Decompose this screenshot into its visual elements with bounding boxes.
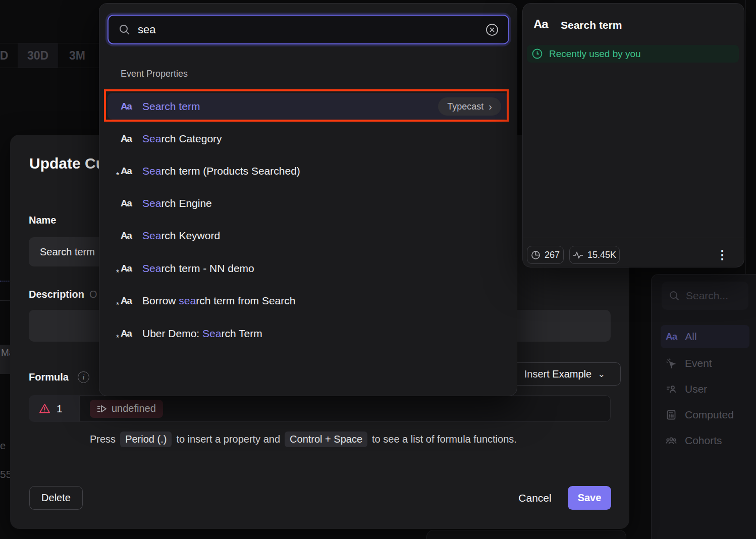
event-cursor-icon (666, 358, 677, 369)
chevron-right-icon: › (489, 101, 492, 112)
result-search-category[interactable]: Aa Search Category (107, 128, 509, 150)
result-search-engine[interactable]: Aa Search Engine (107, 192, 509, 214)
pie-chart-icon (531, 250, 541, 260)
recently-used-label: Recently used by you (549, 48, 641, 60)
save-button[interactable]: Save (568, 486, 611, 510)
calculator-icon (666, 409, 677, 420)
recently-used-banner: Recently used by you (527, 45, 739, 63)
formula-hint: Press Period (.) to insert a property an… (90, 432, 517, 447)
result-uber-demo-search-term[interactable]: Aa* Uber Demo: Search Term (107, 322, 509, 345)
sidebar-item-all[interactable]: Aa All (661, 325, 749, 348)
result-search-term-nn-demo[interactable]: Aa* Search term - NN demo (107, 257, 509, 280)
modal-title: Update Cu (29, 155, 105, 172)
panel-corner-fragment (426, 530, 626, 539)
cohorts-icon (666, 435, 677, 446)
formula-editor-row: 1 undefined (29, 395, 611, 422)
text-property-icon: Aa (121, 198, 136, 209)
formula-error-indicator[interactable]: 1 (29, 395, 79, 422)
formula-label: Formula (29, 371, 69, 383)
typecast-badge[interactable]: Typecast › (438, 97, 501, 116)
property-search-box (107, 15, 509, 44)
sidebar-item-cohorts[interactable]: Cohorts (661, 429, 749, 452)
undefined-token[interactable]: undefined (90, 400, 163, 418)
text-property-icon: Aa (533, 17, 548, 31)
event-volume-pill[interactable]: 15.45K (569, 246, 620, 264)
search-icon (119, 24, 131, 36)
property-search-dropdown: Event Properties Aa Search term Typecast… (99, 3, 517, 396)
sidebar-search-placeholder: Search... (686, 290, 728, 302)
name-label: Name (29, 214, 56, 226)
section-header: Event Properties (121, 69, 188, 79)
kbd-period: Period (.) (120, 432, 172, 447)
time-range-3m[interactable]: 3M (61, 43, 94, 68)
custom-text-property-icon: Aa* (121, 166, 136, 177)
result-borrow-search-term[interactable]: Aa* Borrow search term from Search (107, 290, 509, 312)
sidebar-search-input[interactable]: Search... (662, 282, 748, 310)
time-range-7d[interactable]: D (0, 43, 11, 68)
sidebar-item-event[interactable]: Event (661, 352, 749, 375)
chevron-down-icon: ⌄ (598, 368, 605, 380)
close-icon (485, 23, 499, 37)
cancel-button[interactable]: Cancel (507, 486, 563, 510)
activity-icon (573, 251, 583, 259)
sidebar-item-computed[interactable]: Computed (661, 403, 749, 426)
property-detail-panel: Aa Search term Recently used by you 267 … (522, 3, 744, 267)
result-search-term-products[interactable]: Aa* Search term (Products Searched) (107, 160, 509, 182)
time-range-30d[interactable]: 30D (18, 43, 58, 68)
optional-fragment: O (89, 289, 97, 300)
text-type-icon: Aa (666, 331, 677, 342)
user-icon (666, 384, 677, 395)
custom-asterisk: * (116, 301, 119, 310)
clock-icon (531, 48, 543, 60)
formula-input[interactable]: undefined (79, 395, 611, 422)
property-type-sidebar: Search... Aa All Event User Computed Coh… (651, 274, 756, 539)
sidebar-item-user[interactable]: User (661, 378, 749, 401)
property-title: Search term (561, 19, 622, 31)
divider (523, 238, 744, 238)
info-icon: i (78, 371, 89, 383)
text-property-icon: Aa (121, 230, 136, 241)
result-search-term[interactable]: Aa Search term Typecast › (107, 93, 509, 120)
description-label: DescriptionO (29, 289, 97, 300)
kbd-control-space: Control + Space (285, 432, 367, 447)
property-search-input[interactable] (131, 23, 485, 36)
custom-text-property-icon: Aa* (121, 295, 136, 306)
custom-asterisk: * (116, 268, 119, 278)
divider-fragment (0, 300, 10, 301)
error-count: 1 (57, 403, 63, 415)
sidebar-edge-fragment (745, 0, 746, 274)
text-property-icon: Aa (121, 133, 136, 144)
text-property-icon: Aa (121, 101, 136, 112)
more-options-button[interactable]: ⋮ (715, 245, 730, 265)
delete-button[interactable]: Delete (29, 486, 83, 510)
insert-example-button[interactable]: Insert Example ⌄ (509, 362, 621, 386)
search-icon (669, 290, 680, 301)
custom-asterisk: * (116, 171, 119, 180)
result-search-keyword[interactable]: Aa Search Keyword (107, 225, 509, 247)
clear-search-button[interactable] (485, 23, 499, 37)
custom-text-property-icon: Aa* (121, 263, 136, 274)
text-fragment: e (0, 440, 6, 452)
custom-asterisk: * (116, 334, 119, 343)
time-range-row: D 30D 3M (0, 43, 99, 68)
custom-text-property-icon: Aa* (121, 328, 136, 339)
function-icon (97, 405, 107, 413)
distinct-values-pill[interactable]: 267 (527, 246, 564, 264)
warning-icon (39, 403, 50, 414)
